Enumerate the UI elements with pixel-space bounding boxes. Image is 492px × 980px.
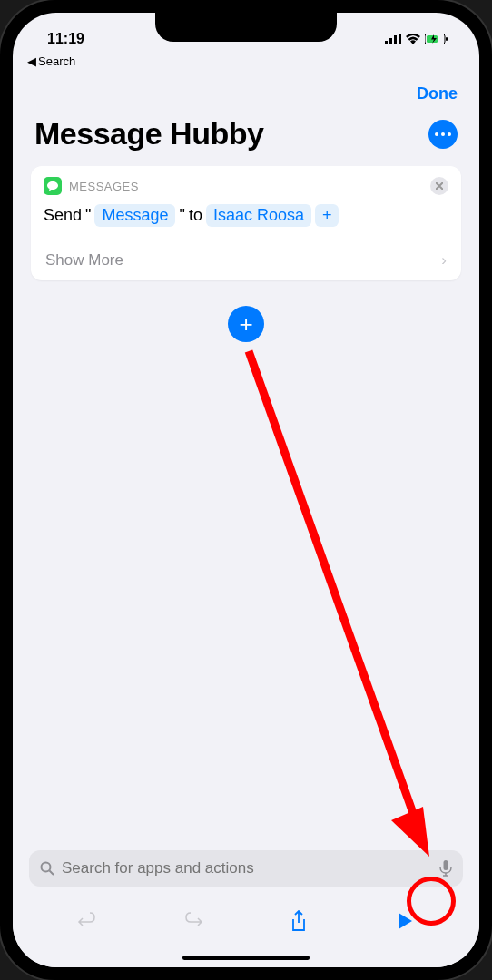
svg-rect-0 [385,41,388,44]
svg-rect-3 [399,34,401,44]
microphone-icon[interactable] [439,860,452,877]
play-button[interactable] [387,903,423,939]
back-chevron-icon: ◀ [27,54,36,68]
plus-icon: + [239,310,252,338]
svg-rect-2 [394,35,397,44]
home-indicator[interactable] [182,956,310,960]
add-recipient-button[interactable]: + [315,204,339,227]
toolbar [13,894,479,956]
play-icon [397,912,413,930]
redo-button[interactable] [175,903,212,939]
svg-line-13 [50,871,54,876]
svg-marker-11 [391,807,429,857]
wifi-icon [406,34,420,44]
svg-point-8 [441,132,445,136]
status-indicators [385,34,454,44]
svg-point-12 [42,863,51,872]
svg-rect-6 [446,37,448,41]
show-more-row[interactable]: Show More › [31,240,461,280]
page-title: Message Hubby [34,116,263,152]
svg-rect-14 [444,860,448,870]
battery-icon [425,34,448,44]
show-more-label: Show More [45,251,123,270]
search-bar[interactable] [29,850,463,887]
cellular-icon [385,34,401,44]
share-button[interactable] [280,903,317,939]
svg-line-10 [249,351,414,816]
to-label: to [189,206,202,225]
close-card-button[interactable] [430,177,448,195]
send-prefix: Send [44,206,82,225]
more-options-button[interactable] [428,120,458,149]
ellipsis-icon [435,132,451,136]
svg-point-7 [435,132,438,136]
back-label: Search [38,54,75,68]
done-button[interactable]: Done [417,84,458,103]
undo-button[interactable] [69,903,105,939]
status-time: 11:19 [38,31,84,47]
messages-app-icon [44,177,62,195]
close-icon [436,182,443,190]
message-token[interactable]: Message [94,204,175,227]
search-input[interactable] [62,859,432,877]
annotation-arrow [241,344,441,861]
search-icon [40,861,54,876]
svg-rect-1 [389,38,392,44]
svg-point-9 [448,132,451,136]
app-name-label: MESSAGES [69,180,423,193]
back-to-search[interactable]: ◀ Search [13,53,479,70]
undo-icon [77,911,97,931]
quote-close: " [179,206,184,225]
redo-icon [183,911,203,931]
chevron-right-icon: › [441,251,447,270]
share-icon [290,910,307,932]
action-card: MESSAGES Send " Message " to Isaac Roosa… [31,166,461,280]
quote-open: " [85,206,91,225]
recipient-token[interactable]: Isaac Roosa [206,204,311,227]
add-action-button[interactable]: + [228,306,264,342]
action-body[interactable]: Send " Message " to Isaac Roosa + [31,199,461,240]
